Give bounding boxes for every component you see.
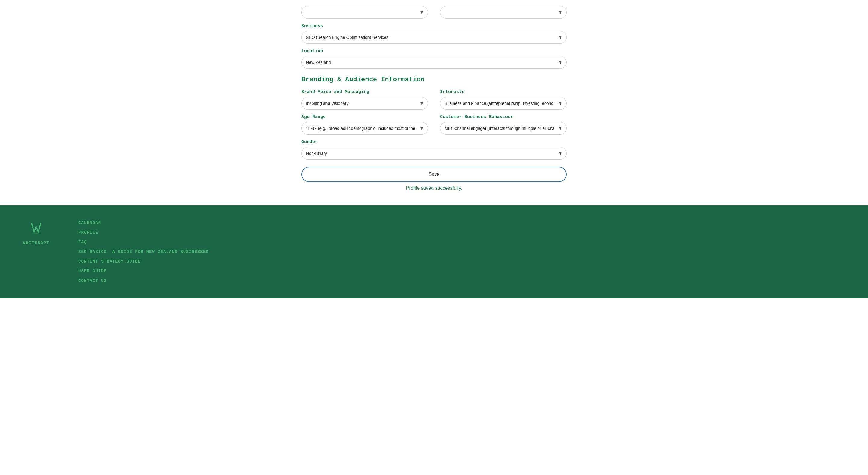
interests-field-group: Interests Business and Finance (entrepre…: [440, 90, 567, 110]
footer: WRITERGPT CALENDAR PROFILE FAQ SEO BASIC…: [0, 205, 868, 298]
brand-voice-select[interactable]: Inspiring and Visionary: [301, 97, 428, 110]
business-label: Business: [301, 24, 567, 29]
age-range-select-wrapper: 18-49 (e.g., broad adult demographic, in…: [301, 122, 428, 135]
gender-select-wrapper: Non-BinaryMaleFemaleAll ▼: [301, 147, 567, 160]
footer-nav-seo-basics[interactable]: SEO BASICS: A GUIDE FOR NEW ZEALAND BUSI…: [79, 249, 209, 254]
age-range-field-group: Age Range 18-49 (e.g., broad adult demog…: [301, 114, 428, 135]
customer-behaviour-select-wrapper: Multi-channel engager (Interacts through…: [440, 122, 567, 135]
footer-nav-calendar[interactable]: CALENDAR: [79, 220, 209, 225]
interests-select[interactable]: Business and Finance (entrepreneurship, …: [440, 97, 567, 110]
customer-behaviour-field-group: Customer-Business Behaviour Multi-channe…: [440, 114, 567, 135]
writergpt-logo-icon: [29, 220, 44, 238]
footer-nav-user-guide[interactable]: USER GUIDE: [79, 269, 209, 273]
gender-field-group: Gender Non-BinaryMaleFemaleAll ▼: [301, 139, 567, 160]
footer-nav-contact-us[interactable]: CONTACT US: [79, 278, 209, 283]
branding-section-title: Branding & Audience Information: [301, 76, 567, 83]
main-content: ▼ ▼ Business SEO (Search Engine Optimiza…: [289, 0, 579, 205]
business-select-wrapper: SEO (Search Engine Optimization) Service…: [301, 31, 567, 44]
save-button[interactable]: Save: [301, 167, 567, 182]
interests-select-wrapper: Business and Finance (entrepreneurship, …: [440, 97, 567, 110]
brand-voice-label: Brand Voice and Messaging: [301, 90, 428, 95]
footer-logo-text: WRITERGPT: [23, 241, 50, 245]
brand-voice-field-group: Brand Voice and Messaging Inspiring and …: [301, 90, 428, 110]
location-label: Location: [301, 48, 567, 54]
top-right-select-wrapper: ▼: [440, 6, 567, 19]
age-range-label: Age Range: [301, 114, 428, 120]
brand-voice-select-wrapper: Inspiring and Visionary ▼: [301, 97, 428, 110]
age-range-select[interactable]: 18-49 (e.g., broad adult demographic, in…: [301, 122, 428, 135]
location-field-group: Location New Zealand ▼: [301, 48, 567, 69]
age-behaviour-row: Age Range 18-49 (e.g., broad adult demog…: [301, 114, 567, 135]
top-row: ▼ ▼: [301, 6, 567, 19]
footer-nav: CALENDAR PROFILE FAQ SEO BASICS: A GUIDE…: [79, 220, 209, 283]
top-right-select[interactable]: [440, 6, 567, 19]
business-select[interactable]: SEO (Search Engine Optimization) Service…: [301, 31, 567, 44]
brand-interests-row: Brand Voice and Messaging Inspiring and …: [301, 90, 567, 110]
interests-label: Interests: [440, 90, 567, 95]
footer-logo: WRITERGPT: [18, 220, 54, 245]
business-field-group: Business SEO (Search Engine Optimization…: [301, 24, 567, 44]
footer-nav-content-strategy[interactable]: CONTENT STRATEGY GUIDE: [79, 259, 209, 264]
top-left-select-wrapper: ▼: [301, 6, 428, 19]
customer-behaviour-label: Customer-Business Behaviour: [440, 114, 567, 120]
footer-nav-profile[interactable]: PROFILE: [79, 230, 209, 235]
footer-nav-faq[interactable]: FAQ: [79, 240, 209, 245]
gender-select[interactable]: Non-BinaryMaleFemaleAll: [301, 147, 567, 160]
location-select[interactable]: New Zealand: [301, 56, 567, 69]
customer-behaviour-select[interactable]: Multi-channel engager (Interacts through…: [440, 122, 567, 135]
success-message: Profile saved successfully.: [301, 185, 567, 191]
location-select-wrapper: New Zealand ▼: [301, 56, 567, 69]
top-left-select[interactable]: [301, 6, 428, 19]
gender-label: Gender: [301, 139, 567, 144]
